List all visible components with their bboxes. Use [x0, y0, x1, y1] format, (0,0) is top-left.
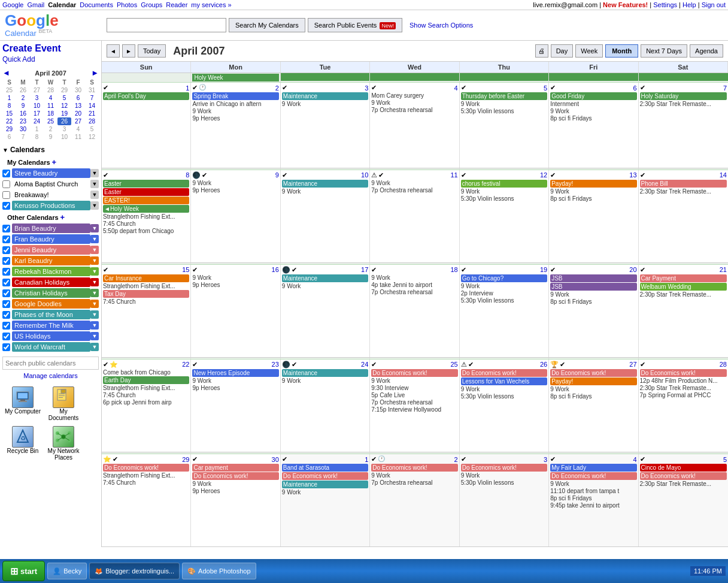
show-search-options-link[interactable]: Show Search Options: [410, 22, 473, 29]
nav-documents[interactable]: Documents: [80, 1, 113, 8]
calendar-checkbox-jenni[interactable]: [2, 246, 10, 254]
calendar-checkbox-warcraft[interactable]: [2, 343, 10, 351]
day-apr26-num[interactable]: 26: [540, 361, 547, 368]
my-network-places-icon[interactable]: My Network Places: [46, 426, 81, 461]
mini-cal-day[interactable]: 10: [30, 102, 44, 110]
start-button[interactable]: ⊞ start: [2, 561, 45, 581]
print-button[interactable]: 🖨: [535, 44, 548, 58]
event-9p-heroes-16[interactable]: 9p Heroes: [192, 282, 278, 288]
event-9work-apr6[interactable]: 9 Work: [550, 108, 636, 114]
day-apr17-num[interactable]: 17: [361, 266, 368, 273]
event-payday-13[interactable]: Payday!: [550, 180, 636, 188]
event-april-fools[interactable]: April Fool's Day: [103, 92, 189, 100]
event-7p-spring-formal[interactable]: 7p Spring Formal at PHCC: [640, 392, 727, 398]
day-apr20-num[interactable]: 20: [629, 266, 636, 273]
event-church-8[interactable]: 7:45 Church: [103, 220, 189, 227]
event-9work-10[interactable]: 9 Work: [282, 188, 368, 195]
check-apr16[interactable]: ✔: [192, 266, 198, 274]
event-9work-20[interactable]: 9 Work: [550, 291, 636, 298]
calendar-dropdown-aloma[interactable]: ▼: [90, 180, 99, 188]
calendar-checkbox-rebekah[interactable]: [2, 268, 10, 276]
add-my-calendar-btn[interactable]: +: [52, 158, 57, 167]
event-do-economics-may4[interactable]: Do Economics work!: [550, 472, 636, 480]
event-strang-22[interactable]: Stranglethorn Fishing Ext...: [103, 385, 189, 391]
event-9work-apr9[interactable]: 9 Work: [192, 180, 278, 186]
event-2p-interview-19[interactable]: 2p Interview: [461, 290, 547, 297]
mini-cal-day[interactable]: 31: [85, 86, 99, 94]
event-945-jenni-may4[interactable]: 9:45p take Jenni to airport: [550, 502, 636, 509]
mini-cal-day[interactable]: 13: [71, 102, 85, 110]
event-lessons-van[interactable]: Lessons for Van Wechels: [461, 377, 547, 385]
calendar-checkbox-milk[interactable]: [2, 322, 10, 330]
mini-cal-day[interactable]: 30: [71, 86, 85, 94]
mini-cal-day[interactable]: 11: [71, 133, 85, 141]
mini-cal-day[interactable]: 3: [57, 125, 71, 133]
new-features-link[interactable]: New Features!: [603, 1, 648, 8]
event-church-22[interactable]: 7:45 Church: [103, 392, 189, 398]
event-8p-scifi-6[interactable]: 8p sci fi Fridays: [550, 115, 636, 122]
taskbar-becky[interactable]: 👤 Becky: [47, 563, 87, 579]
event-8p-scifi-may4[interactable]: 8p sci fi Fridays: [550, 495, 636, 502]
mini-cal-day[interactable]: 6: [2, 133, 16, 141]
event-do-economics-26[interactable]: Do Economics work!: [461, 369, 547, 377]
help-link[interactable]: Help: [682, 1, 696, 8]
calendar-checkbox-canadian[interactable]: [2, 279, 10, 286]
mini-cal-day[interactable]: 8: [2, 102, 16, 110]
check-apr11[interactable]: ✔: [378, 171, 384, 179]
event-my-fair-lady[interactable]: My Fair Lady: [550, 464, 636, 472]
nav-photos[interactable]: Photos: [117, 1, 137, 8]
event-thu-before-easter[interactable]: Thursday before Easter: [461, 92, 547, 100]
event-8p-scifi-20[interactable]: 8p sci fi Fridays: [550, 298, 636, 305]
event-9work-apr2[interactable]: 9 Work: [192, 108, 278, 114]
event-9work-may4[interactable]: 9 Work: [550, 481, 636, 487]
event-band-sarasota[interactable]: Band at Sarasota: [282, 464, 368, 472]
event-9work-13[interactable]: 9 Work: [550, 188, 636, 195]
day-apr18-num[interactable]: 18: [450, 266, 457, 273]
day-apr11-num[interactable]: 11: [450, 171, 457, 179]
event-maintenance-10[interactable]: Maintenance: [282, 180, 368, 188]
event-maintenance-may1[interactable]: Maintenance: [282, 481, 368, 488]
event-9work-19[interactable]: 9 Work: [461, 283, 547, 289]
mini-cal-day[interactable]: 19: [57, 110, 71, 117]
event-9work-16[interactable]: 9 Work: [192, 274, 278, 281]
holy-week-banner[interactable]: Holy Week: [192, 74, 278, 81]
my-documents-icon[interactable]: My Documents: [46, 386, 81, 421]
event-9work-may3[interactable]: 9 Work: [461, 472, 547, 479]
event-230-star-trek-7[interactable]: 2:30p Star Trek Remaste...: [640, 101, 727, 107]
check-may4[interactable]: ✔: [550, 455, 556, 463]
day-apr30-num[interactable]: 30: [272, 456, 279, 463]
view-agenda-button[interactable]: Agenda: [690, 44, 723, 58]
signout-link[interactable]: Sign out: [702, 1, 726, 8]
day-apr21-num[interactable]: 21: [720, 266, 727, 273]
day-apr4-num[interactable]: 4: [454, 84, 458, 92]
mini-cal-day[interactable]: 6: [71, 94, 85, 102]
day-apr9-num[interactable]: 9: [275, 171, 279, 179]
mini-cal-day[interactable]: 7: [16, 133, 30, 141]
event-230-star-trek-21[interactable]: 2:30p Star Trek Remaste...: [640, 291, 727, 298]
day-apr8-num[interactable]: 8: [186, 171, 189, 179]
calendar-dropdown-karl[interactable]: ▼: [90, 256, 99, 265]
calendar-dropdown-phases[interactable]: ▼: [90, 310, 99, 319]
check-apr12[interactable]: ✔: [461, 171, 466, 179]
mini-cal-day[interactable]: 16: [16, 110, 30, 117]
event-9work-may1[interactable]: 9 Work: [282, 489, 368, 496]
event-earth-day[interactable]: Earth Day: [103, 376, 189, 384]
mini-cal-day[interactable]: 4: [44, 94, 57, 102]
mini-cal-title[interactable]: April 2007: [35, 70, 66, 77]
calendar-checkbox-steve[interactable]: [2, 170, 10, 177]
event-930-interview-25[interactable]: 9:30 Interview: [371, 385, 457, 391]
event-strang-8[interactable]: Stranglethorn Fishing Ext...: [103, 213, 189, 220]
search-public-calendars-input[interactable]: [2, 357, 99, 370]
event-9work-apr5[interactable]: 9 Work: [461, 101, 547, 107]
mini-cal-day[interactable]: 5: [57, 94, 71, 102]
event-strang-15[interactable]: Stranglethorn Fishing Ext...: [103, 283, 189, 289]
check-apr25[interactable]: ✔: [371, 361, 377, 368]
event-holy-saturday[interactable]: Holy Saturday: [640, 92, 727, 100]
event-9p-heroes-30[interactable]: 9p Heroes: [192, 488, 278, 494]
mini-cal-day[interactable]: 27: [71, 117, 85, 125]
event-9work-25[interactable]: 9 Work: [371, 377, 457, 384]
calendar-dropdown-brian[interactable]: ▼: [90, 224, 99, 232]
calendar-checkbox-fran[interactable]: [2, 235, 10, 243]
day-apr22-num[interactable]: 22: [182, 361, 189, 368]
settings-link[interactable]: Settings: [653, 1, 677, 8]
